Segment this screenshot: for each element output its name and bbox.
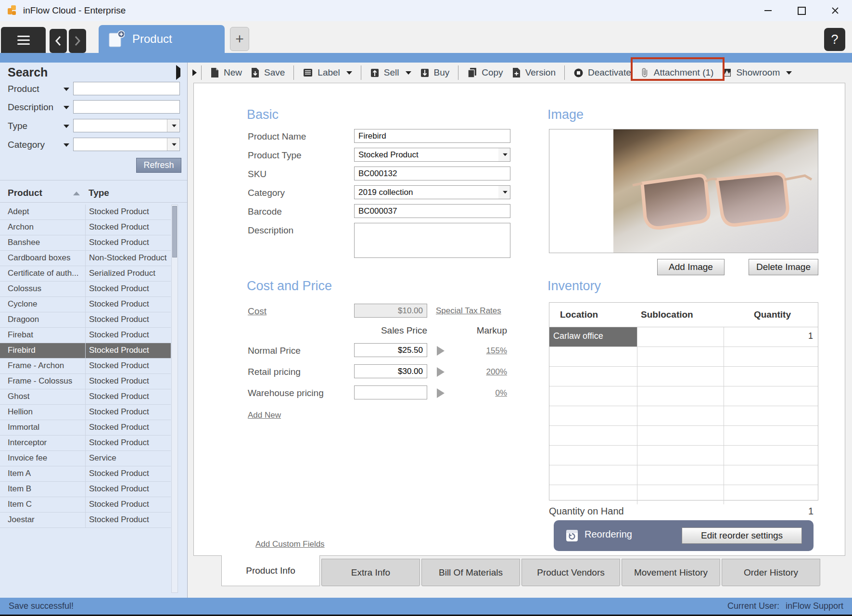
dropdown-arrow-icon[interactable]	[167, 138, 179, 151]
search-type-select[interactable]	[73, 119, 180, 132]
label-button[interactable]: Label	[298, 65, 356, 80]
product-list-row[interactable]: Frame - Archon Stocked Product	[0, 359, 171, 374]
inventory-empty-row[interactable]	[549, 465, 818, 485]
product-list-row[interactable]: Frame - Colossus Stocked Product	[0, 374, 171, 389]
barcode-input[interactable]	[354, 204, 510, 218]
product-list-row[interactable]: Item B Stocked Product	[0, 482, 171, 497]
location-cell[interactable]: Carlaw office	[549, 327, 637, 346]
dropdown-caret-icon[interactable]	[406, 71, 411, 75]
filter-caret-icon[interactable]	[64, 125, 69, 128]
dropdown-caret-icon[interactable]	[346, 71, 352, 75]
filter-caret-icon[interactable]	[64, 88, 69, 91]
markup-link[interactable]: 155%	[486, 346, 507, 355]
inventory-row[interactable]: Carlaw office 1	[549, 327, 818, 347]
inventory-empty-row[interactable]	[549, 446, 818, 465]
inventory-empty-row[interactable]	[549, 485, 818, 504]
sku-input[interactable]	[354, 167, 510, 180]
price-input[interactable]	[354, 385, 427, 399]
product-type-select[interactable]	[354, 148, 510, 162]
attachment-button[interactable]: Attachment (1)	[636, 65, 718, 80]
category-select[interactable]	[354, 185, 510, 199]
sublocation-cell[interactable]	[637, 327, 724, 346]
product-list-row[interactable]: Dragoon Stocked Product	[0, 312, 171, 328]
add-image-button[interactable]: Add Image	[657, 259, 725, 275]
dropdown-arrow-icon[interactable]	[498, 186, 510, 199]
inventory-empty-row[interactable]	[549, 386, 818, 406]
filter-caret-icon[interactable]	[64, 143, 69, 147]
apply-markup-arrow-icon[interactable]	[437, 346, 445, 356]
cost-link[interactable]: Cost	[248, 306, 267, 317]
search-category-select[interactable]	[73, 138, 180, 151]
markup-link[interactable]: 200%	[486, 367, 507, 376]
product-list-row[interactable]: Interceptor Stocked Product	[0, 436, 171, 451]
scrollbar-thumb[interactable]	[172, 206, 177, 257]
product-list-row[interactable]: Certificate of auth... Serialized Produc…	[0, 266, 171, 282]
collapse-search-button[interactable]	[192, 69, 197, 76]
main-menu-button[interactable]	[1, 27, 46, 53]
product-list-row[interactable]: Colossus Stocked Product	[0, 282, 171, 297]
bottom-tab[interactable]: Bill Of Materials	[421, 559, 520, 586]
markup-link[interactable]: 0%	[495, 388, 507, 398]
sidebar-scrollbar[interactable]	[171, 205, 178, 593]
new-tab-button[interactable]: +	[230, 27, 249, 51]
bottom-tab[interactable]: Movement History	[622, 559, 720, 586]
product-list-row[interactable]: Ghost Stocked Product	[0, 389, 171, 405]
dropdown-caret-icon[interactable]	[786, 71, 792, 75]
product-list-row[interactable]: Adept Stocked Product	[0, 205, 171, 220]
product-list-row[interactable]: Immortal Stocked Product	[0, 420, 171, 436]
add-new-link[interactable]: Add New	[248, 411, 281, 420]
search-product-input[interactable]	[73, 82, 180, 95]
minimize-button[interactable]	[751, 0, 785, 21]
inventory-empty-row[interactable]	[549, 367, 818, 386]
apply-markup-arrow-icon[interactable]	[437, 367, 445, 377]
help-button[interactable]: ?	[824, 28, 845, 51]
product-list-row[interactable]: Archon Stocked Product	[0, 220, 171, 235]
dropdown-arrow-icon[interactable]	[167, 119, 179, 132]
forward-button[interactable]	[69, 29, 86, 53]
product-list-row[interactable]: Item A Stocked Product	[0, 466, 171, 482]
product-list-row[interactable]: Cyclone Stocked Product	[0, 297, 171, 312]
filter-caret-icon[interactable]	[64, 106, 69, 109]
buy-button[interactable]: Buy	[416, 65, 454, 80]
delete-image-button[interactable]: Delete Image	[749, 259, 818, 275]
copy-button[interactable]: Copy	[463, 65, 507, 80]
quantity-cell[interactable]: 1	[724, 327, 818, 346]
maximize-button[interactable]	[785, 0, 818, 21]
sell-button[interactable]: Sell	[366, 65, 416, 80]
inventory-empty-row[interactable]	[549, 347, 818, 367]
inventory-empty-row[interactable]	[549, 406, 818, 426]
back-button[interactable]	[50, 29, 67, 53]
special-tax-rates-link[interactable]: Special Tax Rates	[436, 306, 501, 316]
new-button[interactable]: New	[206, 65, 246, 80]
dropdown-arrow-icon[interactable]	[498, 148, 510, 161]
column-header-product[interactable]: Product	[8, 188, 42, 198]
inventory-empty-row[interactable]	[549, 426, 818, 446]
product-list-row[interactable]: Hellion Stocked Product	[0, 405, 171, 420]
product-list-row[interactable]: Firebird Stocked Product	[0, 343, 171, 359]
column-header-type[interactable]: Type	[89, 188, 109, 198]
product-list-row[interactable]: Banshee Stocked Product	[0, 235, 171, 251]
edit-reorder-settings-button[interactable]: Edit reorder settings	[682, 527, 802, 544]
product-list-row[interactable]: Cardboard boxes Non-Stocked Product	[0, 251, 171, 266]
product-name-input[interactable]	[354, 129, 510, 143]
bottom-tab[interactable]: Product Vendors	[521, 559, 620, 586]
version-button[interactable]: Version	[508, 65, 560, 80]
close-button[interactable]	[818, 0, 852, 21]
apply-markup-arrow-icon[interactable]	[437, 388, 445, 398]
tab-product[interactable]: Product	[99, 25, 225, 53]
refresh-button[interactable]: Refresh	[136, 158, 181, 173]
save-button[interactable]: Save	[246, 65, 289, 80]
product-list-row[interactable]: Joestar Stocked Product	[0, 513, 171, 528]
bottom-tab[interactable]: Extra Info	[321, 559, 420, 586]
bottom-tab[interactable]: Order History	[722, 559, 820, 586]
collapse-sidebar-button[interactable]	[176, 68, 180, 77]
search-description-input[interactable]	[73, 100, 180, 114]
price-input[interactable]	[354, 343, 427, 357]
product-list-row[interactable]: Invoice fee Service	[0, 451, 171, 466]
deactivate-button[interactable]: Deactivate	[569, 65, 636, 80]
showroom-button[interactable]: Showroom	[718, 65, 796, 80]
bottom-tab[interactable]: Product Info	[221, 555, 320, 586]
add-custom-fields-link[interactable]: Add Custom Fields	[255, 539, 325, 549]
product-list-row[interactable]: Firebat Stocked Product	[0, 328, 171, 343]
product-list-row[interactable]: Item C Stocked Product	[0, 497, 171, 513]
